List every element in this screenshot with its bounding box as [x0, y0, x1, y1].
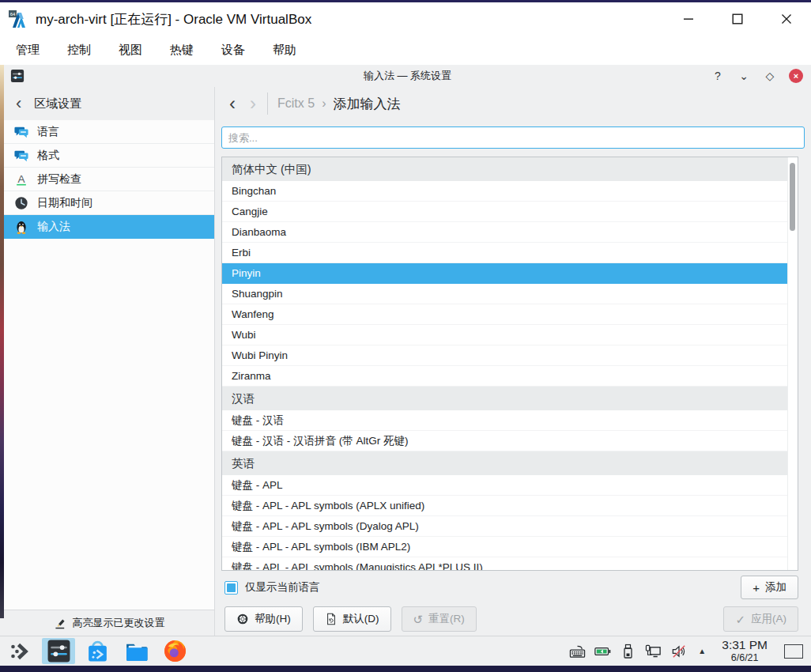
kde-titlebar: 输入法 — 系统设置 ?⌄◇× [4, 65, 811, 87]
battery-icon [594, 644, 611, 659]
desktop-edge-bottom [0, 666, 811, 672]
scrollbar-thumb[interactable] [790, 163, 795, 231]
defaults-button[interactable]: 默认(D) [313, 606, 391, 632]
spellcheck-icon: A [14, 172, 28, 187]
list-item[interactable]: Wubi [222, 325, 787, 345]
nav-forward-icon: › [250, 94, 256, 113]
tray-icons [569, 644, 687, 659]
host-wallpaper-edge [0, 65, 4, 618]
vbox-menu-item[interactable]: 热键 [170, 43, 194, 58]
list-item[interactable]: Pinyin [222, 263, 787, 284]
help-button[interactable]: 帮助(H) [224, 606, 303, 632]
list-item[interactable]: Bingchan [222, 181, 787, 202]
dolphin-dock-button[interactable] [119, 638, 153, 664]
sidebar-item[interactable]: 语言 [4, 120, 214, 144]
input-method-list: 简体中文 (中国)BingchanCangjieDianbaomaErbiPin… [221, 157, 798, 571]
volume-muted-tray-button[interactable] [670, 644, 687, 659]
sidebar-item-label: 格式 [37, 149, 59, 163]
firefox-icon [163, 639, 187, 663]
list-item[interactable]: 键盘 - APL - APL symbols (Dyalog APL) [222, 516, 787, 537]
clock[interactable]: 3:31 PM 6/6/21 [722, 638, 768, 663]
clock-icon [14, 196, 28, 210]
list-section-header: 简体中文 (中国) [222, 157, 787, 181]
keyboard-tray-button[interactable] [569, 644, 586, 659]
display-connect-tray-button[interactable] [645, 644, 662, 659]
kde-titlebar-buttons: ?⌄◇× [711, 69, 803, 83]
firefox-dock-button[interactable] [158, 638, 191, 664]
apply-button: ✓ 应用(A) [723, 606, 798, 632]
taskbar: ▲ 3:31 PM 6/6/21 [0, 636, 811, 666]
list-item[interactable]: Shuangpin [222, 284, 787, 304]
kde-close-button[interactable]: × [789, 69, 803, 83]
list-item[interactable]: Cangjie [222, 202, 787, 222]
usb-device-tray-button[interactable] [620, 644, 636, 659]
highlight-changed-settings-label: 高亮显示已更改设置 [73, 616, 165, 630]
keyboard-icon [569, 644, 586, 659]
kde-maximize-button[interactable]: ◇ [763, 69, 777, 83]
filter-row: 仅显示当前语言 + 添加 [224, 576, 798, 599]
caret-up-icon[interactable]: ▲ [698, 647, 706, 655]
discover-dock-button[interactable] [81, 638, 114, 664]
list-item[interactable]: Dianbaoma [222, 222, 787, 243]
system-settings-window: 输入法 — 系统设置 ?⌄◇× ‹ 区域设置 ‹ › Fcitx 5 › 添加输… [4, 65, 811, 636]
vbox-maximize-button[interactable] [713, 2, 762, 36]
list-item[interactable]: 键盘 - APL [222, 475, 787, 496]
vbox-menu-item[interactable]: 管理 [16, 43, 40, 58]
dock [3, 638, 191, 664]
list-item[interactable]: 键盘 - 汉语 - 汉语拼音 (带 AltGr 死键) [222, 431, 787, 451]
vbox-close-button[interactable] [762, 2, 811, 36]
svg-text:64: 64 [10, 12, 16, 17]
kde-minimize-button[interactable]: ⌄ [737, 69, 751, 83]
vbox-menu-item[interactable]: 帮助 [273, 43, 296, 58]
only-current-language-checkbox[interactable] [224, 581, 238, 595]
nav-back-icon[interactable]: ‹ [229, 94, 236, 113]
sidebar-item[interactable]: 输入法 [4, 215, 214, 239]
guest-screen: 输入法 — 系统设置 ?⌄◇× ‹ 区域设置 ‹ › Fcitx 5 › 添加输… [0, 65, 811, 666]
kde-header: ‹ 区域设置 ‹ › Fcitx 5 › 添加输入法 [4, 87, 811, 120]
sidebar-item[interactable]: 日期和时间 [4, 191, 214, 215]
list-item[interactable]: Ziranma [222, 366, 787, 387]
list-item[interactable]: Wanfeng [222, 304, 787, 325]
bottom-panel: 仅显示当前语言 + 添加 帮助(H) [215, 571, 811, 636]
sidebar-item-label: 输入法 [37, 220, 70, 234]
plus-icon: + [753, 582, 760, 594]
kde-help-button[interactable]: ? [711, 69, 725, 83]
list-item[interactable]: 键盘 - APL - APL symbols (Manugistics APL*… [222, 557, 787, 570]
add-button-label: 添加 [765, 580, 786, 595]
battery-tray-button[interactable] [594, 644, 611, 659]
search-wrap [221, 126, 805, 149]
sidebar-header[interactable]: ‹ 区域设置 [4, 87, 215, 120]
sidebar: 语言格式A拼写检查日期和时间输入法 高亮显示已更改设置 [4, 120, 215, 636]
show-desktop-button[interactable] [784, 644, 803, 659]
sidebar-item[interactable]: A拼写检查 [4, 168, 214, 191]
header-divider [267, 92, 268, 115]
sidebar-list: 语言格式A拼写检查日期和时间输入法 [4, 120, 214, 610]
search-input[interactable] [221, 126, 805, 149]
list-scrollbar[interactable] [787, 157, 798, 570]
language-bubbles-icon [14, 125, 28, 139]
system-settings-dock-button[interactable] [42, 638, 75, 664]
list-item[interactable]: 键盘 - APL - APL symbols (APLX unified) [222, 496, 787, 516]
system-settings-icon [47, 639, 71, 663]
list-item[interactable]: Erbi [222, 243, 787, 263]
help-buoy-icon [236, 613, 249, 625]
breadcrumb-parent[interactable]: Fcitx 5 [277, 96, 315, 111]
breadcrumb: ‹ › Fcitx 5 › 添加输入法 [215, 87, 811, 120]
sidebar-item-label: 日期和时间 [37, 196, 92, 210]
vbox-menu-item[interactable]: 控制 [67, 43, 91, 58]
back-chevron-icon[interactable]: ‹ [16, 95, 21, 112]
list-section-header: 汉语 [222, 387, 787, 410]
add-button[interactable]: + 添加 [741, 576, 798, 599]
app-launcher-dock-button[interactable] [3, 638, 36, 664]
list-item[interactable]: Wubi Pinyin [222, 345, 787, 366]
vbox-minimize-button[interactable] [664, 2, 713, 36]
list-item[interactable]: 键盘 - APL - APL symbols (IBM APL2) [222, 537, 787, 557]
vbox-menu-item[interactable]: 设备 [221, 43, 245, 58]
list-item[interactable]: 键盘 - 汉语 [222, 410, 787, 431]
highlight-changed-settings[interactable]: 高亮显示已更改设置 [4, 610, 214, 636]
help-button-label: 帮助(H) [255, 612, 291, 626]
vbox-menu-item[interactable]: 视图 [119, 43, 142, 58]
kde-window-title: 输入法 — 系统设置 [4, 69, 811, 83]
app-launcher-icon [9, 640, 31, 663]
sidebar-item[interactable]: 格式 [4, 144, 214, 168]
